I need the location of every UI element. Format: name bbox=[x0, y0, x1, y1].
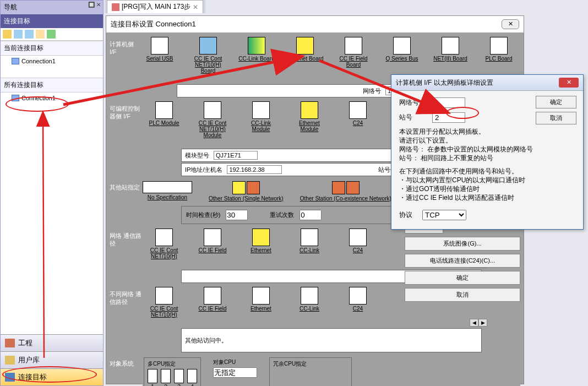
multi-cpu-label: 多CPU指定 bbox=[148, 360, 197, 368]
target-cpu-label: 对象CPU bbox=[213, 358, 257, 366]
route-ethernet[interactable]: Ethernet bbox=[242, 229, 280, 253]
open-icon[interactable] bbox=[36, 30, 45, 39]
plcside-ccie-cont-module[interactable]: CC IE Cont NET/10(H) Module bbox=[193, 101, 232, 138]
sidebar-pin-close[interactable]: 🔲 ✕ bbox=[88, 2, 101, 8]
sidebar-item-all-connection[interactable]: Connection1 bbox=[1, 93, 103, 104]
sidebar-tab-label: 连接目标 bbox=[18, 372, 47, 382]
dialog-close-button[interactable]: ✕ bbox=[502, 19, 519, 29]
spec-no-specification[interactable]: No Specification bbox=[143, 181, 192, 202]
popup-close-button[interactable]: ✕ bbox=[559, 78, 579, 88]
sidebar-toolbar bbox=[1, 28, 103, 41]
sidebar-tab-label: 用户库 bbox=[18, 355, 40, 365]
retry-label: 重试次数 bbox=[270, 211, 294, 219]
ip-label: IP地址/主机名 bbox=[185, 166, 222, 174]
refresh-icon[interactable] bbox=[47, 30, 56, 39]
pcside-serial-usb[interactable]: Serial USB bbox=[140, 37, 179, 62]
sidebar-title: 导航 🔲 ✕ bbox=[1, 1, 103, 14]
connection-icon bbox=[12, 58, 19, 64]
net-label: 网络号 bbox=[363, 87, 381, 95]
cpu-2[interactable]: 2 bbox=[161, 369, 171, 386]
popup-station-input[interactable] bbox=[432, 112, 465, 123]
redundant-cpu-group: 冗余CPU指定 bbox=[269, 357, 352, 386]
redundant-cpu-label: 冗余CPU指定 bbox=[273, 360, 348, 368]
sidebar-bottom-tabs: 工程 用户库 连接目标 bbox=[1, 334, 103, 385]
ip-input[interactable] bbox=[227, 165, 282, 174]
cpu-3[interactable]: 3 bbox=[174, 369, 184, 386]
sidebar-item-current-connection[interactable]: Connection1 bbox=[1, 56, 103, 67]
popup-net-label: 网络号 bbox=[399, 98, 427, 107]
route-c24[interactable]: C24 bbox=[339, 229, 377, 253]
prg-icon bbox=[112, 3, 119, 11]
route-ccie-cont[interactable]: CC IE Cont NET/10(H) bbox=[145, 229, 183, 259]
pcside-cclink-board[interactable]: CC-Link Board bbox=[237, 37, 276, 62]
row-label-plcside: 可编程控制器侧 I/F bbox=[110, 100, 143, 178]
popup-titlebar: 计算机侧 I/F 以太网插板详细设置 ✕ bbox=[391, 75, 583, 91]
mod-label: 模块型号 bbox=[185, 151, 209, 160]
time-input[interactable] bbox=[226, 210, 248, 220]
telephone-line-button[interactable]: 电话线路连接(C24)(C)... bbox=[405, 254, 520, 268]
popup-ok-button[interactable]: 确定 bbox=[536, 96, 576, 108]
right-button-column: 详细 系统图像(G)... 电话线路连接(C24)(C)... 确定 取消 bbox=[405, 220, 520, 302]
cpu-1[interactable]: 1 bbox=[148, 369, 157, 386]
tab-close-icon[interactable]: ✕ bbox=[193, 3, 198, 11]
target-cpu-input[interactable] bbox=[213, 367, 257, 378]
time-label: 时间检查(秒) bbox=[186, 211, 220, 219]
copy-icon[interactable] bbox=[14, 30, 23, 39]
document-tabbar: [PRG]写入 MAIN 173步 ✕ bbox=[105, 0, 205, 13]
tab-label: [PRG]写入 MAIN 173步 bbox=[122, 2, 190, 12]
cpu-4[interactable]: 4 bbox=[187, 369, 197, 386]
popup-notes: 本设置用于分配以太网插板。 请进行以下设置。 网络号： 在参数中设置的以太网模块… bbox=[399, 127, 575, 202]
pcside-ccie-field-board[interactable]: CC IE Field Board bbox=[334, 37, 373, 68]
diffroute-ccie-cont[interactable]: CC IE Cont NET/10(H) bbox=[145, 287, 183, 318]
popup-title: 计算机侧 I/F 以太网插板详细设置 bbox=[396, 78, 493, 88]
plcside-plc-module[interactable]: PLC Module bbox=[145, 101, 183, 126]
row-label-pcside: 计算机侧 I/F bbox=[110, 36, 138, 99]
connection-icon bbox=[12, 95, 19, 101]
popup-station-label: 站号 bbox=[399, 113, 427, 122]
document-tab-main[interactable]: [PRG]写入 MAIN 173步 ✕ bbox=[107, 0, 203, 13]
userlib-icon bbox=[5, 356, 15, 365]
plcside-cclink-module[interactable]: CC-Link Module bbox=[242, 101, 280, 132]
plcside-ethernet-module[interactable]: Ethernet Module bbox=[290, 101, 329, 132]
multi-cpu-group: 多CPU指定 1 2 3 4 bbox=[144, 357, 201, 386]
route-cclink[interactable]: CC-Link bbox=[290, 229, 329, 253]
pcside-ethernet-board[interactable]: Ethernet Board bbox=[286, 37, 324, 62]
spec-coexistence-network[interactable]: Other Station (Co-existence Network) bbox=[300, 181, 391, 202]
pcside-ccie-cont-board[interactable]: CC IE Cont NET/10(H) Board bbox=[189, 37, 227, 74]
sidebar-tab-connection[interactable]: 连接目标 bbox=[1, 368, 103, 385]
row-label-otherstation: 其他站指定 bbox=[110, 179, 143, 226]
pcside-netii-board[interactable]: NET(II) Board bbox=[431, 37, 470, 62]
pcside-plc-board[interactable]: PLC Board bbox=[480, 37, 518, 62]
popup-proto-label: 协议 bbox=[399, 210, 412, 220]
diffroute-ccie-field[interactable]: CC IE Field bbox=[193, 287, 232, 312]
other-station-access-text: 其他站访问中。 bbox=[185, 336, 227, 345]
mod-input[interactable] bbox=[214, 151, 258, 160]
sidebar-heading-all: 所有连接目标 bbox=[1, 78, 103, 93]
diffroute-ethernet[interactable]: Ethernet bbox=[242, 287, 280, 312]
dialog-titlebar: 连接目标设置 Connection1 ✕ bbox=[106, 16, 524, 32]
plcside-c24[interactable]: C24 bbox=[339, 101, 377, 126]
diffroute-status: 其他站访问中。 bbox=[181, 328, 482, 352]
main-cancel-button[interactable]: 取消 bbox=[405, 288, 520, 302]
new-icon[interactable] bbox=[3, 30, 12, 39]
system-image-button[interactable]: 系统图像(G)... bbox=[405, 237, 520, 251]
popup-proto-select[interactable]: TCP bbox=[422, 210, 466, 220]
main-ok-button[interactable]: 确定 bbox=[405, 271, 520, 285]
popup-net-input[interactable] bbox=[432, 97, 465, 108]
spec-single-network[interactable]: Other Station (Single Network) bbox=[209, 181, 284, 202]
diffroute-cclink[interactable]: CC-Link bbox=[290, 287, 329, 312]
dialog-title: 连接目标设置 Connection1 bbox=[111, 19, 196, 29]
pcside-qseries-bus[interactable]: Q Series Bus bbox=[383, 37, 421, 62]
diffroute-c24[interactable]: C24 bbox=[339, 287, 377, 312]
popup-cancel-button[interactable]: 取消 bbox=[536, 112, 576, 124]
connection-tab-icon bbox=[5, 373, 15, 382]
sidebar-tab-userlib[interactable]: 用户库 bbox=[1, 351, 103, 368]
sidebar-tab-project[interactable]: 工程 bbox=[1, 334, 103, 351]
pcside-icon-strip: Serial USB CC IE Cont NET/10(H) Board CC… bbox=[138, 36, 520, 75]
route-ccie-field[interactable]: CC IE Field bbox=[193, 229, 232, 253]
retry-input[interactable] bbox=[300, 210, 322, 220]
paste-icon[interactable] bbox=[25, 30, 34, 39]
sidebar-item-label: Connection1 bbox=[21, 58, 56, 64]
sidebar-tab-label: 工程 bbox=[18, 338, 32, 348]
diffroute-scroll[interactable]: ◀▶ bbox=[470, 319, 487, 327]
